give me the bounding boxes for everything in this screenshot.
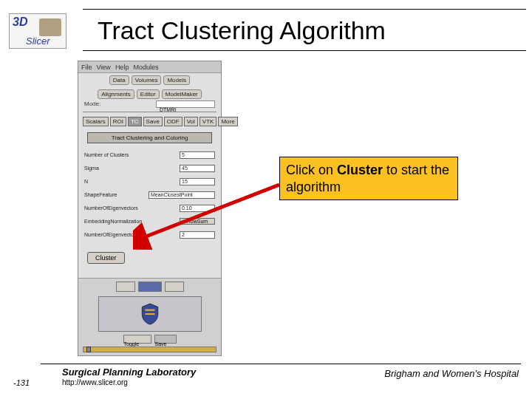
n-input[interactable]: 15 <box>180 178 215 185</box>
cluster-area: Cluster <box>78 245 221 268</box>
norm-label: EmbeddingNormalization <box>84 219 180 224</box>
callout-pre: Click on <box>286 163 337 177</box>
header-rule-top <box>83 9 526 10</box>
alignments-button[interactable]: Alignments <box>98 89 134 99</box>
menu-file[interactable]: File <box>81 64 92 71</box>
tab-odf[interactable]: ODF <box>164 117 183 126</box>
sigma-label: Sigma <box>84 166 180 171</box>
callout-bold: Cluster <box>337 163 383 177</box>
slide-header: 3D Slicer Tract Clustering Algorithm <box>9 7 532 53</box>
parameter-form: Number of Clusters5 Sigma45 N15 ShapeFea… <box>78 146 221 245</box>
slicer-logo: 3D Slicer <box>9 13 66 49</box>
shape-label: ShapeFeature <box>84 192 149 197</box>
footer-rule <box>41 364 521 364</box>
menu-view[interactable]: View <box>97 64 111 71</box>
credits-slider[interactable] <box>83 347 216 352</box>
footer-lab: Surgical Planning Laboratory <box>62 366 196 378</box>
tab-roi[interactable]: ROI <box>110 117 126 126</box>
n-label: N <box>84 179 180 184</box>
tract-clustering-header-button[interactable]: Tract Clustering and Coloring <box>87 132 212 143</box>
mode-label: Mode: <box>84 100 100 107</box>
module-row-2: Alignments Editor ModelMaker <box>78 87 221 101</box>
clusters-input[interactable]: 5 <box>180 151 215 159</box>
sigma-input[interactable]: 45 <box>180 165 215 172</box>
credits-btn-3[interactable] <box>165 282 184 292</box>
models-button[interactable]: Models <box>163 75 190 85</box>
page-number: -131 <box>13 378 30 387</box>
credits-btn-2[interactable] <box>138 282 162 292</box>
slicer-ui-panel: File View Help Modules Data Volumes Mode… <box>78 61 222 356</box>
tab-row: Scalars ROI TC Save ODF Vol VTK More <box>78 114 221 129</box>
slide-title: Tract Clustering Algorithm <box>98 16 386 45</box>
footer-hospital: Brigham and Women's Hospital <box>384 368 519 379</box>
menu-modules[interactable]: Modules <box>133 64 158 71</box>
logo-text-slicer: Slicer <box>26 35 50 47</box>
shape-input[interactable]: MeanClosestPoint <box>149 191 215 199</box>
footer-url: http://www.slicer.org <box>62 378 128 386</box>
tab-vol[interactable]: Vol <box>184 117 198 126</box>
toggle-button[interactable]: Toggle <box>123 335 151 344</box>
logo-text-3d: 3D <box>13 16 27 29</box>
eig-input[interactable]: 0.10 <box>180 205 215 212</box>
eigsys-label: NumberOfEigenvectors <box>84 232 180 237</box>
mode-row: Mode: DTMRI <box>78 101 221 110</box>
module-row-1: Data Volumes Models <box>78 73 221 87</box>
tab-save[interactable]: Save <box>143 117 163 126</box>
credits-panel: Toggle Save <box>78 278 221 355</box>
credits-btn-1[interactable] <box>116 282 135 292</box>
clusters-label: Number of Clusters <box>84 152 180 157</box>
editor-button[interactable]: Editor <box>137 89 160 99</box>
slider-knob-icon[interactable] <box>86 347 91 352</box>
panel-divider <box>83 112 216 112</box>
menubar: File View Help Modules <box>78 61 221 73</box>
logo-graphic-icon <box>39 18 61 36</box>
modelmaker-button[interactable]: ModelMaker <box>162 89 202 99</box>
eigsys-input[interactable]: 2 <box>180 231 215 239</box>
volumes-button[interactable]: Volumes <box>132 75 162 85</box>
cluster-button[interactable]: Cluster <box>87 252 125 264</box>
save-credits-button[interactable]: Save <box>154 335 177 344</box>
menu-help[interactable]: Help <box>115 64 129 71</box>
tab-more[interactable]: More <box>218 117 237 126</box>
data-button[interactable]: Data <box>109 75 129 85</box>
tab-tc[interactable]: TC <box>128 117 142 126</box>
eig-label: NumberOfEigenvectors <box>84 205 180 211</box>
credits-emblem <box>98 296 202 332</box>
tab-vtk[interactable]: VTK <box>200 117 217 126</box>
mode-select[interactable]: DTMRI <box>156 100 215 108</box>
instruction-callout: Click on Cluster to start the algorithm <box>279 157 458 200</box>
norm-button[interactable]: RowSum <box>180 218 215 225</box>
header-rule-bottom <box>83 50 526 51</box>
shield-icon <box>140 303 160 325</box>
tab-scalars[interactable]: Scalars <box>83 117 109 126</box>
